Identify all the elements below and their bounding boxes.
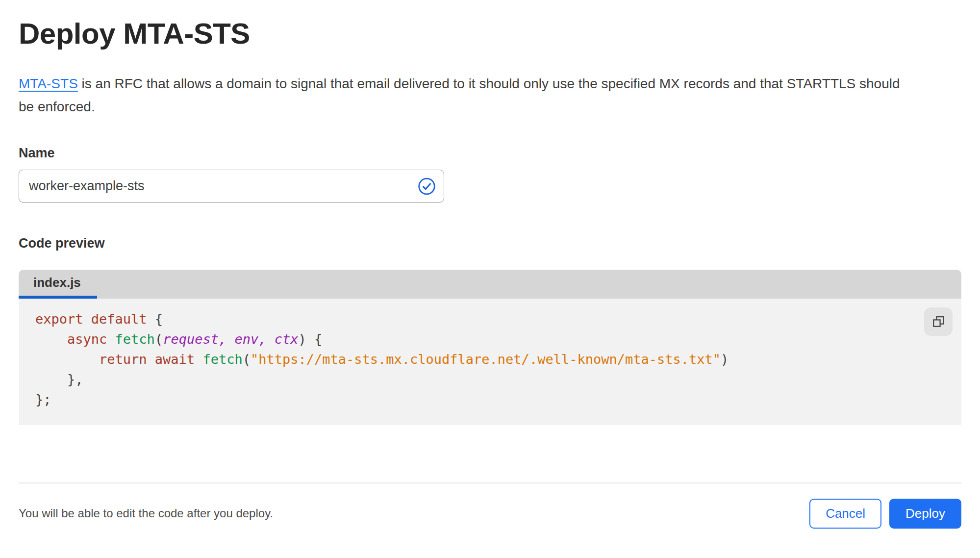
code-area: export default { async fetch(request, en… bbox=[19, 299, 961, 425]
tab-index-js[interactable]: index.js bbox=[19, 270, 97, 299]
copy-icon bbox=[931, 314, 946, 330]
page-title: Deploy MTA-STS bbox=[19, 0, 961, 51]
deploy-mta-sts-page: Deploy MTA-STS MTA-STS is an RFC that al… bbox=[0, 0, 980, 558]
footer-note: You will be able to edit the code after … bbox=[19, 507, 273, 520]
code-preview-block: index.js export default { async fetch(re… bbox=[19, 270, 961, 425]
page-description: MTA-STS is an RFC that allows a domain t… bbox=[19, 72, 901, 118]
footer-divider bbox=[19, 482, 961, 483]
cancel-button[interactable]: Cancel bbox=[809, 499, 881, 529]
code-tab-bar: index.js bbox=[19, 270, 961, 299]
footer-bar: You will be able to edit the code after … bbox=[19, 498, 961, 529]
mta-sts-link[interactable]: MTA-STS bbox=[19, 76, 78, 91]
code-preview-label: Code preview bbox=[19, 236, 961, 251]
page-description-text: is an RFC that allows a domain to signal… bbox=[19, 76, 900, 114]
tab-label: index.js bbox=[33, 275, 81, 290]
footer-buttons: Cancel Deploy bbox=[809, 499, 961, 529]
code-content: export default { async fetch(request, en… bbox=[35, 309, 961, 409]
name-input[interactable] bbox=[19, 170, 444, 203]
name-label: Name bbox=[19, 146, 961, 161]
deploy-button[interactable]: Deploy bbox=[889, 499, 961, 529]
name-input-wrap bbox=[19, 170, 444, 203]
check-circle-icon bbox=[418, 177, 436, 195]
copy-code-button[interactable] bbox=[924, 307, 953, 336]
